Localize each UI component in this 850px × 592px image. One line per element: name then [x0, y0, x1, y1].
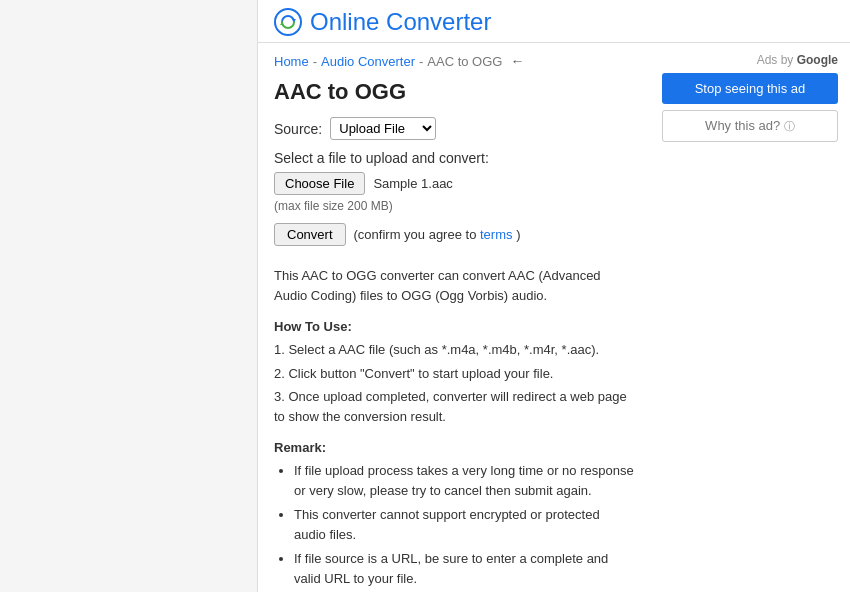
remark-item-3: If file source is a URL, be sure to ente… [294, 549, 634, 588]
header: Online Converter [258, 0, 850, 43]
breadcrumb-home[interactable]: Home [274, 54, 309, 69]
file-name-display: Sample 1.aac [373, 176, 453, 191]
source-row: Source: Upload File URL Google Drive Dro… [274, 117, 634, 140]
main-content: Online Converter Home - Audio Converter … [258, 0, 850, 592]
breadcrumb: Home - Audio Converter - AAC to OGG ← [274, 53, 634, 69]
source-label: Source: [274, 121, 322, 137]
why-this-ad-label: Why this ad? [705, 118, 780, 133]
upload-label: Select a file to upload and convert: [274, 150, 634, 166]
source-select[interactable]: Upload File URL Google Drive Dropbox [330, 117, 436, 140]
google-label: Google [797, 53, 838, 67]
info-icon: ⓘ [784, 120, 795, 132]
back-arrow-icon[interactable]: ← [510, 53, 524, 69]
remark-item-2: This converter cannot support encrypted … [294, 505, 634, 544]
file-row: Choose File Sample 1.aac [274, 172, 634, 195]
sidebar [0, 0, 258, 592]
svg-marker-2 [280, 22, 284, 25]
ad-pane: Ads by Google Stop seeing this ad Why th… [650, 43, 850, 592]
remark-list: If file upload process takes a very long… [274, 461, 634, 588]
svg-point-0 [275, 9, 301, 35]
convert-button[interactable]: Convert [274, 223, 346, 246]
how-to-list: 1. Select a AAC file (such as *.m4a, *.m… [274, 340, 634, 426]
page-title: AAC to OGG [274, 79, 634, 105]
max-size-note: (max file size 200 MB) [274, 199, 634, 213]
logo-icon [274, 8, 302, 36]
confirm-text: (confirm you agree to terms ) [354, 227, 521, 242]
site-title: Online Converter [310, 8, 491, 36]
content-area: Home - Audio Converter - AAC to OGG ← AA… [258, 43, 850, 592]
how-to-title: How To Use: [274, 319, 634, 334]
how-to-step-3: 3. Once upload completed, converter will… [274, 387, 634, 426]
why-this-ad-button[interactable]: Why this ad? ⓘ [662, 110, 838, 142]
how-to-step-2: 2. Click button "Convert" to start uploa… [274, 364, 634, 384]
description-text: This AAC to OGG converter can convert AA… [274, 266, 634, 305]
choose-file-button[interactable]: Choose File [274, 172, 365, 195]
how-to-step-1: 1. Select a AAC file (such as *.m4a, *.m… [274, 340, 634, 360]
remark-title: Remark: [274, 440, 634, 455]
breadcrumb-audio-converter[interactable]: Audio Converter [321, 54, 415, 69]
convert-row: Convert (confirm you agree to terms ) [274, 223, 634, 246]
remark-item-1: If file upload process takes a very long… [294, 461, 634, 500]
breadcrumb-current: AAC to OGG [427, 54, 502, 69]
stop-seeing-button[interactable]: Stop seeing this ad [662, 73, 838, 104]
ads-by-google: Ads by Google [662, 53, 838, 67]
breadcrumb-sep2: - [419, 54, 423, 69]
terms-link[interactable]: terms [480, 227, 513, 242]
content-left: Home - Audio Converter - AAC to OGG ← AA… [258, 43, 650, 592]
breadcrumb-sep1: - [313, 54, 317, 69]
